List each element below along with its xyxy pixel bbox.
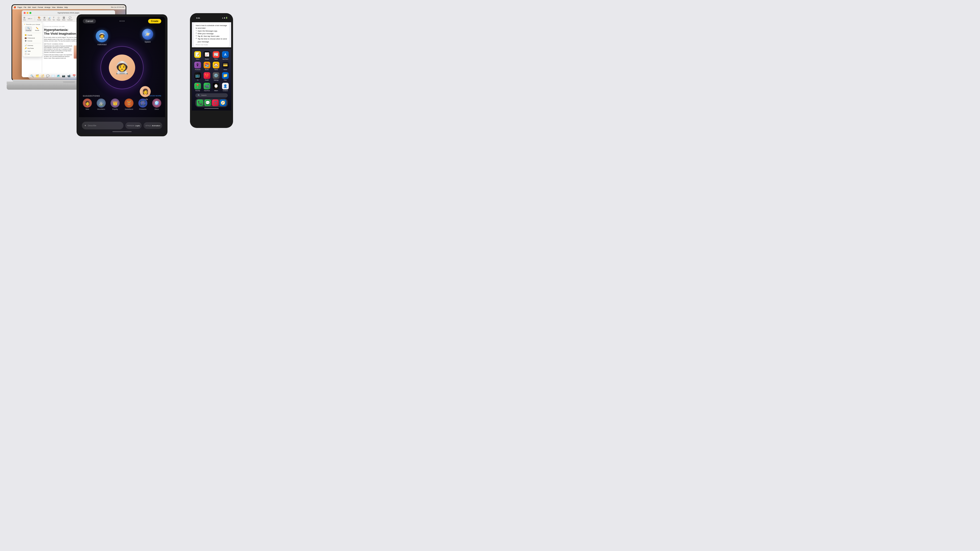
royalty-emoji-bg: 👑 (111, 98, 119, 108)
ipad-suggestions: SUGGESTIONS SHOW MORE 👩 Nikki ⛰️ Mountai… (79, 95, 165, 110)
app-tv[interactable]: 📺 TV (194, 72, 202, 81)
nikki-label: Nikki (86, 108, 89, 110)
suggestion-nikki[interactable]: 👩 Nikki (83, 98, 92, 110)
step-2: 2 Write your message. (196, 32, 227, 35)
wt-list-item[interactable]: 📋 List (24, 52, 41, 56)
wt-table-item[interactable]: 📊 Table (24, 50, 41, 52)
menubar-file[interactable]: File (24, 6, 26, 8)
search-bar-label: Search (201, 94, 207, 96)
app-news[interactable]: 📰 News (212, 51, 220, 60)
wt-professional-item[interactable]: 💼 Professional (24, 37, 41, 40)
app-books[interactable]: 📚 Books (203, 62, 211, 70)
menubar-help[interactable]: Help (64, 6, 68, 8)
ipad-person-tag[interactable]: PERSON Layla (126, 122, 142, 129)
menubar-view[interactable]: View (52, 6, 56, 8)
dock-mail[interactable]: ✉️ (51, 73, 56, 78)
suggestion-fireworks[interactable]: 🎆 Fireworks (138, 98, 147, 110)
toolbar-shape-btn[interactable]: ◻ Shape (57, 16, 60, 21)
step-num-1: 1 (196, 30, 197, 32)
ipad-style-tag[interactable]: STYLE Animation (143, 122, 162, 129)
zoom-button[interactable] (29, 12, 31, 14)
dock-phone[interactable]: 📞 (197, 100, 204, 106)
wt-summary-item[interactable]: 📝 Summary (24, 44, 41, 47)
settings-icon: ⚙️ (213, 72, 220, 79)
menubar-arrange[interactable]: Arrange (45, 6, 51, 8)
dock-music[interactable]: 🎵 (212, 100, 219, 106)
ipad-describe-input[interactable]: ✦ Describe (82, 122, 124, 129)
app-home[interactable]: 🏠 Home (212, 62, 220, 70)
step-num-3: 3 (196, 35, 197, 38)
podcasts-icon: 🎙 (194, 62, 201, 68)
dock-safari[interactable]: 🧭 (40, 73, 45, 78)
show-more-button[interactable]: SHOW MORE (149, 95, 161, 97)
app-stocks[interactable]: 📈 Stocks (203, 51, 211, 60)
menubar-edit[interactable]: Edit (28, 6, 30, 8)
dock-maps[interactable]: 🗺️ (56, 73, 61, 78)
dock-facetime[interactable]: 📹 (67, 73, 71, 78)
suggestion-disco[interactable]: 🪩 Disco (152, 98, 161, 110)
style-tag-label: STYLE (145, 125, 151, 127)
text-icon: T (53, 16, 54, 19)
close-button[interactable] (24, 12, 25, 14)
iphone-search-bar[interactable]: 🔍 Search (195, 93, 228, 98)
toolbar-chart-btn[interactable]: 📊 Chart (48, 16, 51, 21)
toolbar-format-label: Format (37, 19, 41, 21)
suggestions-title: SUGGESTIONS (83, 95, 100, 97)
iphone-notch (204, 13, 219, 17)
wt-rewrite-option[interactable]: ✏️ Rewrite (34, 26, 40, 32)
app-appstore[interactable]: A App Store (221, 51, 229, 60)
toolbar-media-label: Media (62, 19, 65, 21)
dock-calendar[interactable]: 📅 (72, 73, 76, 78)
shape-icon: ◻ (58, 16, 59, 19)
dock-safari[interactable]: 🧭 (220, 100, 226, 106)
person-tag-label: PERSON (127, 125, 134, 127)
app-notes[interactable]: 📝 Notes (194, 51, 202, 60)
dock-messages[interactable]: 💬 (45, 73, 50, 78)
suggestion-mountains[interactable]: ⛰️ Mountains (97, 98, 106, 110)
iphone: 9:41 ▲ ◆ 🔋 Here's how to schedule a text… (190, 13, 235, 133)
app-watch[interactable]: ⌚ Watch (212, 83, 220, 91)
dock-messages[interactable]: 💬 (204, 100, 211, 106)
app-files[interactable]: 📁 Files (221, 72, 229, 81)
royalty-emoji-icon: 👑 (113, 100, 118, 106)
suggestion-sweatband[interactable]: 🏋️ Sweatband (124, 98, 134, 110)
menubar-format[interactable]: Format (38, 6, 43, 8)
toolbar-comment-btn[interactable]: 💬 Comment (67, 16, 73, 21)
minimize-button[interactable] (27, 12, 29, 14)
toolbar-table-btn[interactable]: ⊞ Table (43, 16, 46, 21)
app-settings[interactable]: ⚙️ Settings (212, 72, 220, 81)
wt-keypoints-item[interactable]: 🔑 Key Points (24, 47, 41, 50)
ipad-cancel-button[interactable]: Cancel (83, 19, 96, 24)
wt-proofread-option[interactable]: 🔍 Proofread (25, 26, 32, 32)
toolbar-text-btn[interactable]: T Text (52, 16, 55, 21)
ipad-create-button[interactable]: Create (148, 19, 161, 24)
toolbar-view-btn[interactable]: ⊞ View (23, 16, 26, 21)
menubar-window[interactable]: Window (57, 6, 63, 8)
wt-concise-item[interactable]: ➕ Concise (24, 40, 41, 42)
toolbar-format-btn[interactable]: 🎨 Format (37, 16, 41, 21)
toolbar-zoom-btn[interactable]: 136% ▼ (28, 18, 32, 19)
app-wallet[interactable]: 💳 Wallet (221, 62, 229, 70)
pages-window-title: Hyperphantasia Article.pages (57, 12, 79, 14)
app-findmy[interactable]: 📍 Find My (194, 83, 202, 91)
wallet-label: Wallet (223, 69, 227, 70)
professional-icon: 💼 (25, 37, 27, 39)
wt-friendly-item[interactable]: 😊 Friendly (24, 34, 41, 37)
dock-photos[interactable]: 📷 (61, 73, 66, 78)
table-label: Table (27, 51, 30, 52)
dock-launchpad[interactable]: 🗂️ (35, 73, 40, 78)
fireworks-label: Fireworks (139, 108, 146, 110)
appstore-label: App Store (223, 58, 228, 60)
menubar-insert[interactable]: Insert (32, 6, 37, 8)
app-podcasts[interactable]: 🎙 Podcasts (194, 62, 202, 70)
app-health[interactable]: ❤️ Health (203, 72, 211, 81)
dock-finder[interactable]: 🔍 (30, 73, 35, 78)
astronaut-emoji-container: 🧑‍🚀 Astronaut (96, 30, 108, 46)
app-contacts[interactable]: 👤 Contacts (221, 83, 229, 91)
app-facetime[interactable]: 📹 FaceTime (203, 83, 211, 91)
appstore-icon: A (222, 51, 229, 58)
toolbar-media-btn[interactable]: 🖼 Media (62, 16, 65, 21)
space-emoji: 🪐 (142, 29, 153, 40)
suggestion-royalty[interactable]: 👑 Royalty (111, 98, 119, 110)
keypoints-label: Key Points (27, 48, 34, 49)
